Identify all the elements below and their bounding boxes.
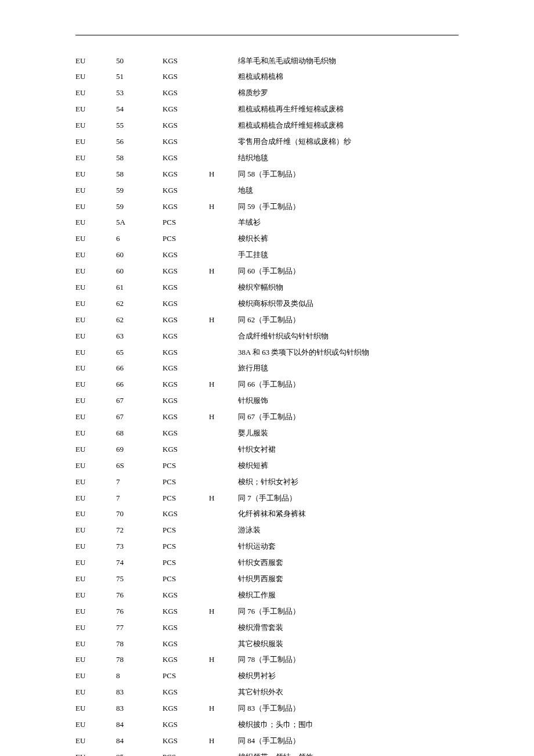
cell-code: 78 [116, 652, 163, 668]
table-row: EU56KGS零售用合成纤维（短棉或废棉）纱 [75, 134, 459, 150]
cell-desc: 针织运动套 [238, 539, 459, 555]
cell-region: EU [75, 328, 116, 344]
cell-unit: KGS [163, 199, 209, 215]
cell-flag [209, 425, 238, 441]
cell-desc: 同 66（手工制品） [238, 377, 459, 393]
cell-flag [209, 555, 238, 571]
cell-desc: 同 78（手工制品） [238, 652, 459, 668]
cell-region: EU [75, 134, 116, 150]
cell-region: EU [75, 344, 116, 361]
header-divider [75, 35, 459, 35]
cell-flag: H [209, 312, 238, 328]
cell-flag [209, 361, 238, 377]
cell-unit: PCS [163, 458, 209, 474]
cell-flag [209, 247, 238, 264]
cell-region: EU [75, 425, 116, 441]
cell-flag [209, 328, 238, 344]
cell-unit: PCS [163, 749, 209, 756]
cell-desc: 地毯 [238, 182, 459, 199]
cell-region: EU [75, 361, 116, 377]
cell-unit: PCS [163, 523, 209, 539]
cell-desc: 粗梳或精梳棉 [238, 69, 459, 85]
table-row: EU78KGS其它梭织服装 [75, 636, 459, 652]
table-row: EU74PCS针织女西服套 [75, 555, 459, 571]
table-row: EU66KGS旅行用毯 [75, 361, 459, 377]
cell-unit: KGS [163, 393, 209, 409]
cell-unit: KGS [163, 85, 209, 102]
cell-code: 51 [116, 69, 163, 85]
table-row: EU6PCS梭织长裤 [75, 231, 459, 247]
table-row: EU72PCS游泳装 [75, 523, 459, 539]
cell-region: EU [75, 53, 116, 69]
cell-code: 65 [116, 344, 163, 361]
cell-code: 83 [116, 701, 163, 717]
cell-region: EU [75, 182, 116, 199]
cell-desc: 针织服饰 [238, 393, 459, 409]
cell-flag [209, 458, 238, 474]
cell-desc: 同 7（手工制品） [238, 490, 459, 506]
cell-unit: KGS [163, 118, 209, 134]
cell-region: EU [75, 166, 116, 182]
cell-flag: H [209, 264, 238, 280]
cell-region: EU [75, 312, 116, 328]
table-row: EU5APCS羊绒衫 [75, 215, 459, 231]
cell-region: EU [75, 701, 116, 717]
table-row: EU58KGSH同 58（手工制品） [75, 166, 459, 182]
table-row: EU70KGS化纤裤袜和紧身裤袜 [75, 506, 459, 523]
cell-desc: 其它针织外衣 [238, 685, 459, 701]
cell-desc: 针织女衬裙 [238, 441, 459, 458]
cell-unit: KGS [163, 344, 209, 361]
cell-desc: 游泳装 [238, 523, 459, 539]
cell-code: 54 [116, 102, 163, 118]
cell-code: 66 [116, 361, 163, 377]
cell-unit: KGS [163, 717, 209, 733]
cell-flag [209, 441, 238, 458]
cell-unit: KGS [163, 312, 209, 328]
cell-unit: KGS [163, 636, 209, 652]
cell-code: 55 [116, 118, 163, 134]
cell-code: 77 [116, 620, 163, 636]
cell-code: 85 [116, 749, 163, 756]
cell-flag [209, 474, 238, 490]
table-row: EU50KGS绵羊毛和羔毛或细动物毛织物 [75, 53, 459, 69]
cell-flag [209, 571, 238, 588]
cell-desc: 梭织领带、领结、领饰 [238, 749, 459, 756]
cell-flag [209, 279, 238, 296]
cell-unit: PCS [163, 668, 209, 685]
cell-code: 62 [116, 312, 163, 328]
table-row: EU7PCSH同 7（手工制品） [75, 490, 459, 506]
cell-desc: 针织男西服套 [238, 571, 459, 588]
table-row: EU77KGS梭织滑雪套装 [75, 620, 459, 636]
table-row: EU69KGS针织女衬裙 [75, 441, 459, 458]
cell-desc: 同 67（手工制品） [238, 409, 459, 426]
cell-region: EU [75, 393, 116, 409]
cell-flag: H [209, 652, 238, 668]
cell-unit: KGS [163, 247, 209, 264]
cell-code: 78 [116, 636, 163, 652]
cell-flag [209, 85, 238, 102]
cell-flag: H [209, 409, 238, 426]
cell-desc: 粗梳或精梳再生纤维短棉或废棉 [238, 102, 459, 118]
table-row: EU68KGS婴儿服装 [75, 425, 459, 441]
cell-region: EU [75, 264, 116, 280]
cell-unit: PCS [163, 539, 209, 555]
cell-flag: H [209, 603, 238, 620]
cell-flag [209, 749, 238, 756]
cell-unit: KGS [163, 69, 209, 85]
cell-code: 60 [116, 264, 163, 280]
cell-code: 58 [116, 166, 163, 182]
cell-flag: H [209, 199, 238, 215]
cell-desc: 旅行用毯 [238, 361, 459, 377]
cell-region: EU [75, 620, 116, 636]
cell-unit: PCS [163, 490, 209, 506]
cell-flag [209, 102, 238, 118]
cell-code: 68 [116, 425, 163, 441]
cell-unit: KGS [163, 506, 209, 523]
table-row: EU78KGSH同 78（手工制品） [75, 652, 459, 668]
table-row: EU84KGS梭织披巾；头巾；围巾 [75, 717, 459, 733]
cell-code: 58 [116, 150, 163, 166]
cell-desc: 结织地毯 [238, 150, 459, 166]
table-row: EU83KGSH同 83（手工制品） [75, 701, 459, 717]
cell-region: EU [75, 296, 116, 312]
cell-unit: KGS [163, 182, 209, 199]
